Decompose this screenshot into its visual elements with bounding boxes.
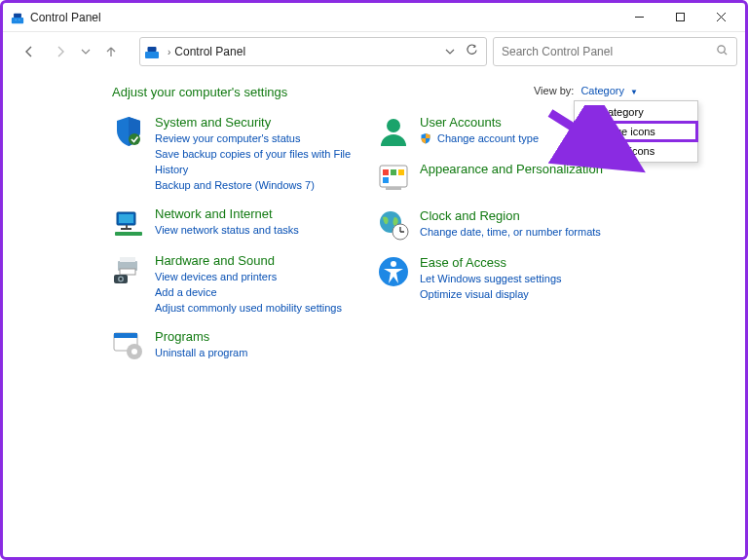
svg-point-41 bbox=[391, 261, 396, 267]
clock-globe-icon bbox=[377, 208, 410, 242]
category-hardware-sound: Hardware and Sound View devices and prin… bbox=[112, 253, 375, 316]
category-system-security: System and Security Review your computer… bbox=[112, 115, 375, 193]
subtask-link[interactable]: View devices and printers bbox=[155, 269, 342, 284]
user-icon bbox=[377, 115, 410, 148]
viewby-control: View by: Category ▼ bbox=[534, 85, 638, 96]
svg-point-28 bbox=[131, 349, 137, 355]
category-ease-of-access: Ease of Access Let Windows suggest setti… bbox=[377, 255, 726, 302]
svg-rect-20 bbox=[120, 257, 135, 262]
viewby-label: View by: bbox=[534, 85, 574, 96]
back-button[interactable] bbox=[17, 39, 42, 64]
address-bar[interactable]: › Control Panel bbox=[139, 37, 487, 66]
shield-icon bbox=[112, 115, 145, 148]
svg-rect-9 bbox=[148, 47, 157, 52]
svg-rect-35 bbox=[386, 187, 401, 190]
accessibility-icon bbox=[377, 255, 410, 288]
svg-rect-3 bbox=[19, 19, 20, 19]
network-icon bbox=[112, 206, 145, 240]
category-link[interactable]: Programs bbox=[155, 329, 247, 345]
subtask-link[interactable]: Uninstall a program bbox=[155, 345, 247, 360]
subtask-link[interactable]: Adjust commonly used mobility settings bbox=[155, 300, 342, 316]
subtask-link[interactable]: Change date, time, or number formats bbox=[420, 224, 601, 240]
viewby-current: Category bbox=[580, 85, 624, 96]
navbar: › Control Panel bbox=[3, 32, 745, 71]
breadcrumb[interactable]: Control Panel bbox=[174, 45, 245, 58]
subtask-link[interactable]: Let Windows suggest settings bbox=[420, 271, 562, 286]
svg-rect-15 bbox=[119, 214, 133, 223]
subtask-link[interactable]: Change account type bbox=[420, 131, 539, 146]
subtask-link[interactable]: View network status and tasks bbox=[155, 222, 299, 238]
forward-button[interactable] bbox=[48, 39, 73, 64]
category-network-internet: Network and Internet View network status… bbox=[112, 206, 375, 240]
viewby-dropdown: • Category Large icons Small icons bbox=[574, 100, 698, 163]
search-bar[interactable] bbox=[493, 37, 737, 66]
svg-rect-1 bbox=[14, 13, 21, 17]
svg-rect-34 bbox=[383, 177, 389, 183]
svg-rect-5 bbox=[676, 14, 684, 21]
personalize-icon bbox=[377, 162, 410, 195]
viewby-selector[interactable]: Category ▼ bbox=[580, 85, 638, 96]
svg-point-13 bbox=[129, 133, 140, 145]
subtask-link[interactable]: Add a device bbox=[155, 284, 342, 300]
chevron-down-icon: ▼ bbox=[630, 88, 638, 96]
controlpanel-icon bbox=[144, 44, 160, 59]
category-link[interactable]: Appearance and Personalization bbox=[420, 162, 603, 177]
svg-rect-21 bbox=[120, 269, 135, 275]
category-appearance: Appearance and Personalization bbox=[377, 162, 726, 195]
titlebar: Control Panel bbox=[3, 3, 745, 32]
option-label: Category bbox=[600, 106, 644, 118]
category-link[interactable]: Clock and Region bbox=[420, 208, 601, 224]
programs-icon bbox=[112, 329, 145, 362]
option-label: Small icons bbox=[600, 145, 654, 157]
subtask-link[interactable]: Optimize visual display bbox=[420, 286, 562, 302]
viewby-option-small-icons[interactable]: Small icons bbox=[575, 141, 697, 161]
category-clock-region: Clock and Region Change date, time, or n… bbox=[377, 208, 726, 242]
uac-shield-icon bbox=[420, 132, 431, 144]
subtask-link[interactable]: Backup and Restore (Windows 7) bbox=[155, 177, 375, 193]
svg-rect-18 bbox=[115, 232, 142, 236]
minimize-button[interactable] bbox=[618, 4, 659, 31]
maximize-button[interactable] bbox=[659, 4, 700, 31]
category-link[interactable]: Hardware and Sound bbox=[155, 253, 342, 269]
svg-point-24 bbox=[120, 278, 123, 280]
bullet-icon: • bbox=[584, 108, 587, 117]
category-link[interactable]: Ease of Access bbox=[420, 255, 562, 271]
svg-rect-30 bbox=[380, 166, 407, 187]
address-dropdown-button[interactable] bbox=[439, 43, 461, 60]
search-icon[interactable] bbox=[716, 43, 729, 60]
category-link[interactable]: Network and Internet bbox=[155, 206, 299, 222]
recent-dropdown-button[interactable] bbox=[79, 39, 93, 64]
svg-rect-0 bbox=[12, 18, 23, 23]
controlpanel-app-icon bbox=[11, 11, 24, 24]
viewby-option-large-icons[interactable]: Large icons bbox=[575, 122, 697, 141]
chevron-right-icon[interactable]: › bbox=[164, 47, 174, 57]
option-label: Large icons bbox=[600, 126, 655, 137]
category-link[interactable]: System and Security bbox=[155, 115, 375, 131]
svg-rect-31 bbox=[383, 169, 389, 175]
subtask-label: Change account type bbox=[437, 132, 539, 144]
svg-rect-32 bbox=[391, 169, 396, 175]
svg-rect-16 bbox=[121, 228, 131, 230]
svg-point-29 bbox=[387, 119, 400, 132]
subtask-link[interactable]: Review your computer's status bbox=[155, 131, 375, 146]
svg-rect-2 bbox=[15, 19, 17, 19]
svg-rect-8 bbox=[145, 52, 159, 58]
svg-point-10 bbox=[718, 46, 725, 53]
printer-camera-icon bbox=[112, 253, 145, 286]
svg-rect-17 bbox=[126, 225, 128, 228]
close-button[interactable] bbox=[700, 4, 741, 31]
window-title: Control Panel bbox=[30, 11, 618, 24]
svg-rect-33 bbox=[398, 169, 404, 175]
refresh-button[interactable] bbox=[461, 43, 482, 60]
viewby-option-category[interactable]: • Category bbox=[575, 102, 697, 122]
svg-line-11 bbox=[724, 52, 727, 55]
up-button[interactable] bbox=[98, 39, 124, 64]
category-link[interactable]: User Accounts bbox=[420, 115, 539, 131]
svg-rect-26 bbox=[114, 333, 137, 338]
subtask-link[interactable]: Save backup copies of your files with Fi… bbox=[155, 146, 375, 177]
search-input[interactable] bbox=[502, 45, 716, 58]
category-programs: Programs Uninstall a program bbox=[112, 329, 375, 362]
